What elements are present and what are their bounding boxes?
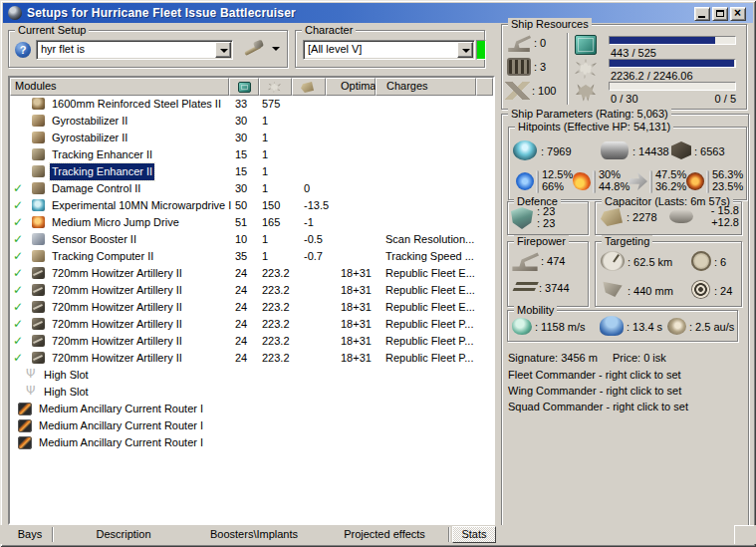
module-row[interactable]: ✓ Tracking Enhancer II 15 1 [10, 163, 493, 180]
module-icon [32, 165, 45, 177]
align-time-value: : 13.4 s [627, 321, 662, 333]
module-cpu-value: 24 [235, 333, 247, 350]
module-powergrid-value: 223.2 [262, 299, 290, 316]
module-row[interactable]: ✓ 720mm Howitzer Artillery II 24 223.2 1… [10, 316, 493, 333]
turret-icon [511, 251, 539, 271]
module-row[interactable]: ✓ 720mm Howitzer Artillery II 24 223.2 1… [10, 265, 493, 282]
module-icon [32, 335, 45, 347]
powergrid-icon [268, 82, 281, 93]
module-row[interactable]: ✓ Gyrostabilizer II 30 1 [10, 113, 493, 130]
tab-separator [448, 527, 449, 542]
tools-dropdown-arrow-icon[interactable] [272, 47, 280, 51]
drone-count-value: 0 / 5 [698, 93, 736, 105]
resistance-cell: 56.3% 23.5% [686, 168, 743, 195]
module-row[interactable]: ✓ Medium Ancillary Current Router I [10, 401, 493, 417]
column-header-charges[interactable]: Charges [376, 78, 476, 96]
maximize-button[interactable] [712, 7, 728, 21]
module-icon [18, 419, 32, 432]
bottom-tab[interactable]: Projected effects [329, 527, 440, 542]
squad-commander-setting[interactable]: Squad Commander - right click to set [508, 401, 688, 412]
bottom-tab[interactable]: Stats [452, 526, 496, 543]
setup-dropdown-button[interactable] [215, 42, 231, 58]
shield-hp-value: : 7969 [541, 145, 572, 157]
title-bar[interactable]: Setups for Hurricane Fleet Issue Battlec… [3, 3, 753, 23]
column-header-modules-label: Modules [15, 80, 57, 92]
module-row[interactable]: ✓ 1600mm Reinforced Steel Plates II 33 5… [10, 96, 493, 113]
column-header-modules[interactable]: Modules [10, 78, 229, 96]
divider [706, 170, 709, 193]
setup-combobox[interactable]: hyr flet is [36, 40, 233, 60]
close-button[interactable] [730, 7, 746, 21]
module-icon [25, 386, 38, 398]
module-row[interactable]: ✓ Medium Ancillary Current Router I [10, 434, 493, 451]
defence-value-2: : 23 [537, 217, 555, 229]
module-cpu-value: 15 [235, 163, 247, 180]
mobility-group: Mobility : 1158 m/s : 13.4 s : 2.5 au/s [507, 310, 738, 342]
column-header-cpu[interactable] [229, 78, 259, 96]
module-icon [32, 267, 45, 279]
drone-bandwidth-value: 0 / 30 [611, 93, 638, 105]
targeting-range-icon [601, 251, 625, 271]
module-optimal-value: 18+31 [341, 265, 372, 282]
launcher-hardpoints-value: : 3 [534, 61, 546, 73]
setup-value: hyr flet is [41, 43, 85, 55]
module-row[interactable]: ✓ Medium Micro Jump Drive 51 165 -1 [10, 214, 493, 231]
module-icon [32, 318, 45, 330]
module-row[interactable]: ✓ 720mm Howitzer Artillery II 24 223.2 1… [10, 299, 493, 316]
chevron-down-icon [220, 49, 228, 53]
ship-resources-label: Ship Resources [508, 18, 592, 30]
volley-icon [511, 282, 539, 294]
column-header-optimal[interactable]: Optimal [326, 78, 376, 96]
module-capacitor-value: -1 [304, 214, 314, 231]
module-row[interactable]: ✓ Sensor Booster II 10 1 -0.5 Scan Resol… [10, 231, 493, 248]
module-row[interactable]: ✓ 720mm Howitzer Artillery II 24 223.2 1… [10, 350, 493, 367]
module-name: 720mm Howitzer Artillery II [50, 265, 184, 282]
column-header-powergrid[interactable] [259, 78, 292, 96]
module-row[interactable]: ✓ Tracking Computer II 35 1 -0.7 Trackin… [10, 248, 493, 265]
targeting-group: Targeting : 62.5 km : 6 : 440 mm : 24 [595, 241, 742, 307]
module-powergrid-value: 575 [262, 96, 280, 113]
active-check-icon: ✓ [11, 265, 25, 282]
character-dropdown-button[interactable] [457, 42, 473, 58]
module-row[interactable]: ✓ Gyrostabilizer II 30 1 [10, 130, 493, 146]
module-cpu-value: 30 [235, 130, 247, 146]
bottom-tab[interactable]: Boosters\Implants [197, 527, 311, 542]
capacitor-recharge-value: +12.8 [693, 216, 739, 228]
module-row[interactable]: ✓ High Slot [10, 367, 493, 384]
module-row[interactable]: ✓ 720mm Howitzer Artillery II 24 223.2 1… [10, 333, 493, 350]
modules-header-row: Modules Optimal Charges [10, 78, 493, 96]
current-setup-group: Current Setup hyr flet is [8, 30, 288, 68]
minimize-button[interactable] [694, 7, 710, 21]
structure-icon [671, 141, 691, 159]
module-row[interactable]: ✓ Experimental 10MN Microwarpdrive I 50 … [10, 197, 493, 214]
help-icon[interactable] [15, 42, 31, 58]
column-header-charges-label: Charges [386, 80, 428, 92]
cpu-bar [609, 36, 736, 45]
column-header-capacitor[interactable] [292, 78, 326, 96]
module-row[interactable]: ✓ 720mm Howitzer Artillery II 24 223.2 1… [10, 282, 493, 299]
module-icon [32, 115, 45, 127]
module-name: Tracking Computer II [50, 248, 155, 265]
defence-group: Defence : 23 : 23 [507, 201, 589, 235]
cpu-usage-value: 443 / 525 [611, 47, 656, 59]
bottom-tab[interactable]: Description [76, 527, 171, 542]
resistance-cell: 30% 44.8% [573, 168, 630, 195]
fleet-commander-setting[interactable]: Fleet Commander - right click to set [508, 369, 681, 381]
module-charges-value: Scan Resolution... [385, 231, 474, 248]
cpu-icon [575, 35, 597, 55]
module-charges-value: Republic Fleet P... [385, 333, 473, 350]
character-combobox[interactable]: [All level V] [303, 40, 475, 60]
module-row[interactable]: ✓ Medium Ancillary Current Router I [10, 417, 493, 434]
module-row[interactable]: ✓ Damage Control II 30 1 0 [10, 180, 493, 197]
module-row[interactable]: ✓ High Slot [10, 384, 493, 401]
module-name: Experimental 10MN Microwarpdrive I [50, 197, 233, 214]
bottom-tab[interactable]: Bays [8, 527, 52, 542]
hitpoints-label: Hitpoints (Effective HP: 54,131) [515, 121, 673, 133]
shield-resist-value: 47.5% [655, 168, 686, 180]
ship-parameters-label: Ship Parameters (Rating: 5,063) [508, 108, 671, 120]
wing-commander-setting[interactable]: Wing Commander - right click to set [508, 385, 681, 397]
module-optimal-value: 18+31 [341, 333, 372, 350]
module-optimal-value: 18+31 [341, 350, 372, 367]
tools-icon[interactable] [242, 40, 266, 58]
module-row[interactable]: ✓ Tracking Enhancer II 15 1 [10, 146, 493, 163]
